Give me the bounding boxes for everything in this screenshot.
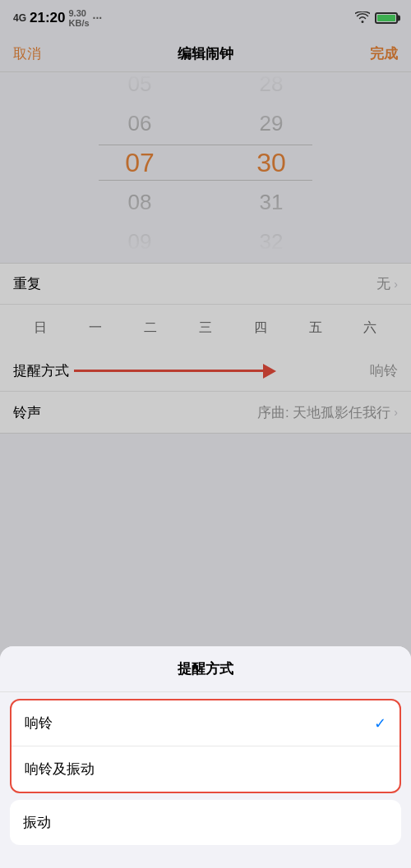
checkmark-icon: ✓: [374, 714, 386, 733]
modal-options-group: 响铃 ✓ 响铃及振动: [10, 699, 401, 793]
modal-sheet: 提醒方式 响铃 ✓ 响铃及振动 振动: [0, 646, 411, 868]
option-vibrate-label: 振动: [23, 813, 51, 832]
option-ring[interactable]: 响铃 ✓: [12, 700, 399, 746]
option-ring-vibrate[interactable]: 响铃及振动: [12, 746, 399, 792]
option-ring-vibrate-label: 响铃及振动: [25, 760, 95, 778]
option-vibrate[interactable]: 振动: [10, 800, 401, 845]
modal-title-bar: 提醒方式: [0, 646, 411, 692]
modal-overlay[interactable]: 提醒方式 响铃 ✓ 响铃及振动 振动: [0, 0, 411, 868]
option-ring-label: 响铃: [25, 714, 53, 733]
modal-title: 提醒方式: [178, 661, 233, 677]
